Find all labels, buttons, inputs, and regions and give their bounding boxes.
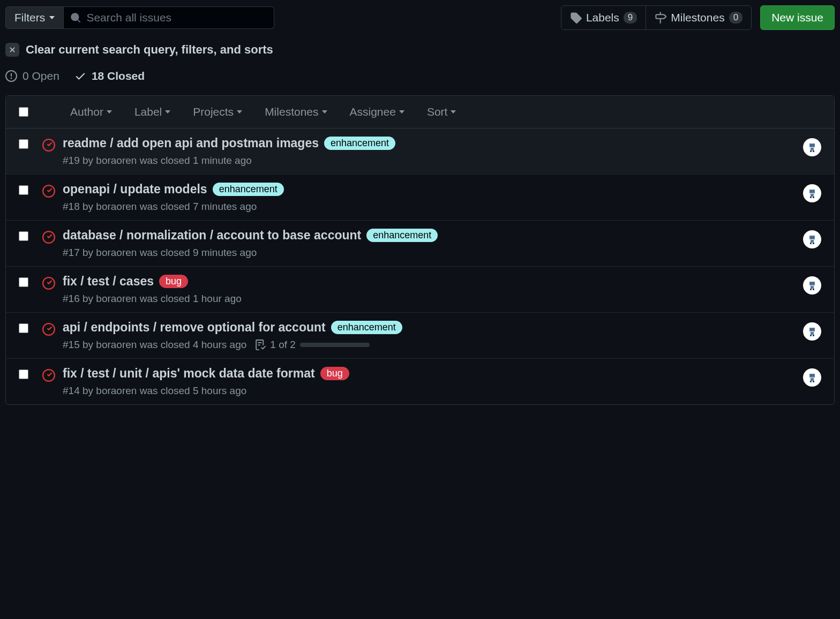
svg-rect-29 xyxy=(811,286,814,289)
caret-down-icon xyxy=(399,110,404,114)
new-issue-button[interactable]: New issue xyxy=(760,5,835,30)
label-badge[interactable]: enhancement xyxy=(331,321,402,334)
issue-closed-icon xyxy=(42,139,55,152)
issue-row: fix / test / casesbug#16 by boraoren was… xyxy=(6,267,834,313)
labels-button[interactable]: Labels 9 xyxy=(561,6,646,29)
select-all-checkbox[interactable] xyxy=(19,107,28,117)
filter-sort[interactable]: Sort xyxy=(427,105,456,118)
issue-open-icon xyxy=(5,70,17,82)
row-content: fix / test / casesbug#16 by boraoren was… xyxy=(63,274,803,305)
svg-rect-42 xyxy=(809,374,815,378)
svg-rect-5 xyxy=(811,148,814,150)
svg-rect-38 xyxy=(810,335,812,336)
svg-rect-14 xyxy=(810,197,812,198)
open-tab[interactable]: 0 Open xyxy=(5,70,59,82)
issue-closed-icon xyxy=(42,369,55,382)
filter-assignee[interactable]: Assignee xyxy=(350,105,404,118)
issue-meta: #16 by boraoren was closed 1 hour ago xyxy=(63,293,803,305)
row-checkbox[interactable] xyxy=(19,369,28,379)
svg-rect-10 xyxy=(809,190,815,193)
task-progress[interactable]: 1 of 2 xyxy=(255,339,370,351)
check-icon xyxy=(74,70,86,82)
svg-rect-39 xyxy=(813,335,814,336)
filter-projects[interactable]: Projects xyxy=(193,105,242,118)
filters-search-group: Filters xyxy=(5,6,274,29)
svg-rect-28 xyxy=(813,283,814,284)
svg-rect-19 xyxy=(811,237,812,238)
labels-milestones-group: Labels 9 Milestones 0 xyxy=(561,5,752,30)
labels-count: 9 xyxy=(624,12,637,24)
row-checkbox[interactable] xyxy=(19,277,28,287)
filters-button[interactable]: Filters xyxy=(5,6,64,29)
filter-milestones[interactable]: Milestones xyxy=(265,105,327,118)
closed-tab[interactable]: 18 Closed xyxy=(74,70,145,82)
assignee-avatar[interactable] xyxy=(803,138,821,156)
svg-rect-45 xyxy=(811,378,814,381)
issue-meta: #19 by boraoren was closed 1 minute ago xyxy=(63,155,803,167)
row-checkbox[interactable] xyxy=(19,323,28,333)
svg-rect-2 xyxy=(809,144,815,147)
assignee-avatar[interactable] xyxy=(803,368,821,387)
issue-row: database / normalization / account to ba… xyxy=(6,221,834,267)
issue-title-link[interactable]: database / normalization / account to ba… xyxy=(63,228,361,243)
assignee-avatar[interactable] xyxy=(803,184,821,202)
svg-rect-20 xyxy=(813,237,814,238)
caret-down-icon xyxy=(165,110,170,114)
svg-rect-18 xyxy=(809,236,815,239)
issue-title-link[interactable]: openapi / update models xyxy=(63,182,207,197)
svg-rect-46 xyxy=(810,381,812,382)
svg-rect-3 xyxy=(811,145,812,146)
search-input[interactable] xyxy=(86,11,267,24)
row-content: database / normalization / account to ba… xyxy=(63,228,803,259)
label-badge[interactable]: enhancement xyxy=(213,183,284,196)
row-content: fix / test / unit / apis' mock data date… xyxy=(63,366,803,397)
label-badge[interactable]: enhancement xyxy=(324,137,395,150)
issue-title-link[interactable]: readme / add open api and postman images xyxy=(63,136,319,150)
filters-label: Filters xyxy=(14,11,45,24)
svg-rect-26 xyxy=(809,282,815,285)
row-checkbox[interactable] xyxy=(19,185,28,195)
author-link[interactable]: boraoren xyxy=(96,293,137,304)
label-badge[interactable]: bug xyxy=(159,275,188,288)
label-badge[interactable]: bug xyxy=(320,367,349,380)
filter-author[interactable]: Author xyxy=(70,105,112,118)
assignee-avatar[interactable] xyxy=(803,276,821,295)
svg-rect-43 xyxy=(811,375,812,376)
author-link[interactable]: boraoren xyxy=(96,339,137,350)
issue-row: openapi / update modelsenhancement#18 by… xyxy=(6,175,834,221)
row-content: api / endpoints / remove optional for ac… xyxy=(63,320,803,351)
svg-rect-11 xyxy=(811,191,812,192)
svg-rect-37 xyxy=(811,332,814,335)
svg-rect-12 xyxy=(813,191,814,192)
status-tabs: 0 Open 18 Closed xyxy=(5,70,835,82)
svg-rect-36 xyxy=(813,329,814,330)
issue-row: fix / test / unit / apis' mock data date… xyxy=(6,359,834,404)
assignee-avatar[interactable] xyxy=(803,322,821,341)
author-link[interactable]: boraoren xyxy=(96,247,137,258)
issue-title-link[interactable]: api / endpoints / remove optional for ac… xyxy=(63,320,326,335)
row-checkbox[interactable] xyxy=(19,231,28,241)
author-link[interactable]: boraoren xyxy=(96,155,137,166)
caret-down-icon xyxy=(49,16,55,19)
issue-title-link[interactable]: fix / test / unit / apis' mock data date… xyxy=(63,366,315,381)
row-checkbox[interactable] xyxy=(19,139,28,149)
filter-label[interactable]: Label xyxy=(134,105,170,118)
closed-count-text: 18 Closed xyxy=(92,70,145,82)
assignee-avatar[interactable] xyxy=(803,230,821,248)
svg-rect-21 xyxy=(811,240,814,243)
issue-meta: #15 by boraoren was closed 4 hours ago1 … xyxy=(63,339,803,351)
issue-closed-icon xyxy=(42,277,55,290)
author-link[interactable]: boraoren xyxy=(96,385,137,396)
table-header: AuthorLabelProjectsMilestonesAssigneeSor… xyxy=(6,96,834,129)
issue-closed-icon xyxy=(42,185,55,198)
issue-title-link[interactable]: fix / test / cases xyxy=(63,274,154,289)
caret-down-icon xyxy=(322,110,327,114)
milestones-button[interactable]: Milestones 0 xyxy=(646,6,751,29)
close-icon xyxy=(5,43,19,57)
label-badge[interactable]: enhancement xyxy=(366,229,438,242)
clear-filters-link[interactable]: Clear current search query, filters, and… xyxy=(5,43,835,57)
caret-down-icon xyxy=(107,110,112,114)
author-link[interactable]: boraoren xyxy=(96,201,137,212)
svg-rect-27 xyxy=(811,283,812,284)
svg-rect-4 xyxy=(813,145,814,146)
